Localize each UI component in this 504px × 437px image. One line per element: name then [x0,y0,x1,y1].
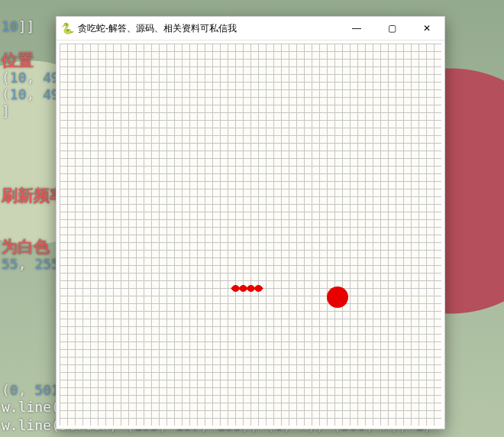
window-title: 贪吃蛇-解答、源码、相关资料可私信我 [78,22,237,35]
code-token: ( [2,382,10,398]
code-comment: 位置 [2,51,34,70]
game-window: 🐍 贪吃蛇-解答、源码、相关资料可私信我 — ▢ ✕ [56,16,445,429]
titlebar[interactable]: 🐍 贪吃蛇-解答、源码、相关资料可私信我 — ▢ ✕ [57,17,444,40]
code-token: ( [2,86,10,102]
code-token: , [27,86,44,102]
code-token: , [18,256,35,272]
snake-segment [254,283,263,293]
food-dot [327,286,348,308]
code-token: w.line( [2,399,60,415]
minimize-button[interactable]: — [339,17,374,40]
code-token: ]] [18,18,35,34]
game-canvas[interactable] [60,44,441,426]
maximize-button[interactable]: ▢ [374,17,409,40]
code-token: 10 [2,18,18,34]
code-token: , [18,382,35,398]
code-comment: 为白色 [2,238,50,256]
code-token: ] [2,103,10,119]
code-token: 10 [10,70,27,86]
code-token: ( [2,70,10,86]
code-token: 10 [10,86,27,102]
app-icon: 🐍 [61,22,73,34]
close-button[interactable]: ✕ [409,17,444,40]
code-token: 55 [2,256,18,272]
code-token: , [27,70,44,86]
code-token: 0 [10,382,18,398]
